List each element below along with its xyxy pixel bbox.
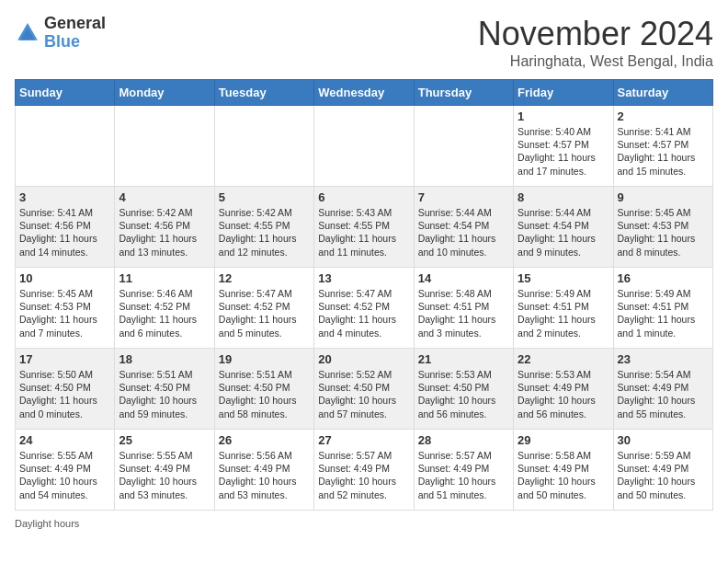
calendar-cell: 13Sunrise: 5:47 AM Sunset: 4:52 PM Dayli…	[314, 268, 414, 349]
calendar-cell: 26Sunrise: 5:56 AM Sunset: 4:49 PM Dayli…	[214, 430, 313, 511]
footer: Daylight hours	[15, 518, 713, 529]
logo-general: General	[44, 15, 106, 33]
day-number: 29	[518, 433, 609, 447]
calendar-cell: 15Sunrise: 5:49 AM Sunset: 4:51 PM Dayli…	[514, 268, 613, 349]
calendar-cell: 12Sunrise: 5:47 AM Sunset: 4:52 PM Dayli…	[214, 268, 313, 349]
day-info: Sunrise: 5:54 AM Sunset: 4:49 PM Dayligh…	[618, 368, 709, 420]
day-info: Sunrise: 5:41 AM Sunset: 4:56 PM Dayligh…	[19, 206, 110, 259]
calendar-cell	[214, 106, 313, 187]
calendar-cell: 17Sunrise: 5:50 AM Sunset: 4:50 PM Dayli…	[16, 349, 115, 430]
day-number: 19	[219, 352, 310, 366]
calendar-cell: 21Sunrise: 5:53 AM Sunset: 4:50 PM Dayli…	[414, 349, 513, 430]
calendar-cell: 25Sunrise: 5:55 AM Sunset: 4:49 PM Dayli…	[115, 430, 214, 511]
day-info: Sunrise: 5:47 AM Sunset: 4:52 PM Dayligh…	[318, 287, 409, 339]
day-number: 6	[318, 190, 409, 204]
calendar-week-3: 10Sunrise: 5:45 AM Sunset: 4:53 PM Dayli…	[16, 268, 713, 349]
day-number: 18	[119, 352, 210, 366]
calendar-cell: 24Sunrise: 5:55 AM Sunset: 4:49 PM Dayli…	[16, 430, 115, 511]
day-number: 5	[219, 190, 310, 204]
day-number: 25	[119, 433, 210, 447]
calendar-cell: 8Sunrise: 5:44 AM Sunset: 4:54 PM Daylig…	[514, 187, 613, 268]
day-number: 17	[19, 352, 110, 366]
calendar-header-wednesday: Wednesday	[314, 80, 414, 106]
day-number: 2	[618, 109, 709, 123]
calendar-cell: 3Sunrise: 5:41 AM Sunset: 4:56 PM Daylig…	[16, 187, 115, 268]
day-number: 14	[418, 271, 509, 285]
calendar-cell: 23Sunrise: 5:54 AM Sunset: 4:49 PM Dayli…	[613, 349, 712, 430]
calendar-cell	[414, 106, 513, 187]
day-number: 10	[19, 271, 110, 285]
day-info: Sunrise: 5:55 AM Sunset: 4:49 PM Dayligh…	[19, 449, 110, 501]
calendar-cell: 4Sunrise: 5:42 AM Sunset: 4:56 PM Daylig…	[115, 187, 214, 268]
calendar-header-monday: Monday	[115, 80, 214, 106]
day-info: Sunrise: 5:44 AM Sunset: 4:54 PM Dayligh…	[418, 206, 509, 259]
calendar-cell	[16, 106, 115, 187]
day-number: 16	[618, 271, 709, 285]
day-info: Sunrise: 5:45 AM Sunset: 4:53 PM Dayligh…	[19, 287, 110, 339]
calendar-cell: 1Sunrise: 5:40 AM Sunset: 4:57 PM Daylig…	[514, 106, 613, 187]
day-info: Sunrise: 5:42 AM Sunset: 4:56 PM Dayligh…	[119, 206, 210, 259]
calendar-header-friday: Friday	[514, 80, 613, 106]
day-info: Sunrise: 5:55 AM Sunset: 4:49 PM Dayligh…	[119, 449, 210, 501]
day-number: 4	[119, 190, 210, 204]
day-info: Sunrise: 5:51 AM Sunset: 4:50 PM Dayligh…	[119, 368, 210, 420]
day-info: Sunrise: 5:52 AM Sunset: 4:50 PM Dayligh…	[318, 368, 409, 420]
day-number: 3	[19, 190, 110, 204]
day-info: Sunrise: 5:50 AM Sunset: 4:50 PM Dayligh…	[19, 368, 110, 420]
calendar-week-4: 17Sunrise: 5:50 AM Sunset: 4:50 PM Dayli…	[16, 349, 713, 430]
calendar-cell: 14Sunrise: 5:48 AM Sunset: 4:51 PM Dayli…	[414, 268, 513, 349]
day-number: 26	[219, 433, 310, 447]
day-info: Sunrise: 5:49 AM Sunset: 4:51 PM Dayligh…	[618, 287, 709, 339]
day-number: 30	[618, 433, 709, 447]
calendar-table: SundayMondayTuesdayWednesdayThursdayFrid…	[15, 79, 713, 511]
calendar-week-1: 1Sunrise: 5:40 AM Sunset: 4:57 PM Daylig…	[16, 106, 713, 187]
day-number: 23	[618, 352, 709, 366]
day-number: 28	[418, 433, 509, 447]
calendar-header-saturday: Saturday	[613, 80, 712, 106]
day-info: Sunrise: 5:56 AM Sunset: 4:49 PM Dayligh…	[219, 449, 310, 501]
calendar-cell: 22Sunrise: 5:53 AM Sunset: 4:49 PM Dayli…	[514, 349, 613, 430]
day-info: Sunrise: 5:47 AM Sunset: 4:52 PM Dayligh…	[219, 287, 310, 339]
calendar-cell: 16Sunrise: 5:49 AM Sunset: 4:51 PM Dayli…	[613, 268, 712, 349]
calendar-week-2: 3Sunrise: 5:41 AM Sunset: 4:56 PM Daylig…	[16, 187, 713, 268]
calendar-cell	[115, 106, 214, 187]
day-info: Sunrise: 5:44 AM Sunset: 4:54 PM Dayligh…	[518, 206, 609, 259]
calendar-header-row: SundayMondayTuesdayWednesdayThursdayFrid…	[16, 80, 713, 106]
logo-icon	[15, 20, 40, 46]
day-number: 8	[518, 190, 609, 204]
day-info: Sunrise: 5:57 AM Sunset: 4:49 PM Dayligh…	[318, 449, 409, 501]
calendar-cell: 10Sunrise: 5:45 AM Sunset: 4:53 PM Dayli…	[16, 268, 115, 349]
calendar-cell: 7Sunrise: 5:44 AM Sunset: 4:54 PM Daylig…	[414, 187, 513, 268]
header: General Blue November 2024 Haringhata, W…	[15, 15, 713, 70]
daylight-label: Daylight hours	[15, 518, 79, 529]
calendar-header-thursday: Thursday	[414, 80, 513, 106]
day-number: 13	[318, 271, 409, 285]
day-number: 12	[219, 271, 310, 285]
logo-blue: Blue	[44, 33, 106, 52]
calendar-cell: 19Sunrise: 5:51 AM Sunset: 4:50 PM Dayli…	[214, 349, 313, 430]
day-info: Sunrise: 5:46 AM Sunset: 4:52 PM Dayligh…	[119, 287, 210, 339]
logo: General Blue	[15, 15, 106, 52]
day-number: 24	[19, 433, 110, 447]
calendar-cell: 2Sunrise: 5:41 AM Sunset: 4:57 PM Daylig…	[613, 106, 712, 187]
day-number: 20	[318, 352, 409, 366]
calendar-cell: 27Sunrise: 5:57 AM Sunset: 4:49 PM Dayli…	[314, 430, 414, 511]
day-info: Sunrise: 5:42 AM Sunset: 4:55 PM Dayligh…	[219, 206, 310, 259]
calendar-cell: 6Sunrise: 5:43 AM Sunset: 4:55 PM Daylig…	[314, 187, 414, 268]
day-info: Sunrise: 5:48 AM Sunset: 4:51 PM Dayligh…	[418, 287, 509, 339]
day-info: Sunrise: 5:53 AM Sunset: 4:50 PM Dayligh…	[418, 368, 509, 420]
month-title: November 2024	[478, 15, 713, 53]
day-info: Sunrise: 5:40 AM Sunset: 4:57 PM Dayligh…	[518, 125, 609, 178]
day-number: 15	[518, 271, 609, 285]
day-info: Sunrise: 5:51 AM Sunset: 4:50 PM Dayligh…	[219, 368, 310, 420]
day-number: 7	[418, 190, 509, 204]
day-info: Sunrise: 5:53 AM Sunset: 4:49 PM Dayligh…	[518, 368, 609, 420]
day-info: Sunrise: 5:41 AM Sunset: 4:57 PM Dayligh…	[618, 125, 709, 178]
calendar-header-tuesday: Tuesday	[214, 80, 313, 106]
calendar-week-5: 24Sunrise: 5:55 AM Sunset: 4:49 PM Dayli…	[16, 430, 713, 511]
calendar-cell: 29Sunrise: 5:58 AM Sunset: 4:49 PM Dayli…	[514, 430, 613, 511]
calendar-cell: 5Sunrise: 5:42 AM Sunset: 4:55 PM Daylig…	[214, 187, 313, 268]
calendar-cell: 30Sunrise: 5:59 AM Sunset: 4:49 PM Dayli…	[613, 430, 712, 511]
day-info: Sunrise: 5:59 AM Sunset: 4:49 PM Dayligh…	[618, 449, 709, 501]
day-info: Sunrise: 5:57 AM Sunset: 4:49 PM Dayligh…	[418, 449, 509, 501]
